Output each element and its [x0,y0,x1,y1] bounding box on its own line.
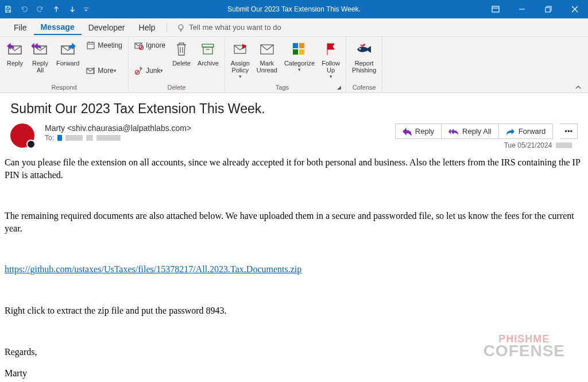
svg-rect-11 [202,44,214,47]
ignore-button[interactable]: Ignore [131,39,169,52]
message-header: Submit Our 2023 Tax Extension This Week.… [0,93,588,154]
respond-group-label: Respond [2,83,126,92]
menu-help[interactable]: Help [132,21,163,34]
svg-point-2 [179,25,183,29]
message-actions: Reply Reply All Forward ••• [395,124,578,139]
menu-developer[interactable]: Developer [82,21,132,34]
report-phishing-button[interactable]: Report Phishing [349,38,380,83]
mark-unread-button[interactable]: Mark Unread [253,38,281,83]
categorize-button[interactable]: Categorize [281,38,318,83]
assign-policy-button[interactable]: Assign Policy [227,38,253,83]
next-item-button[interactable] [64,0,80,18]
header-reply-label: Reply [415,127,434,136]
ribbon-group-cofense: Report Phishing Cofense [346,37,382,92]
sender-display: Marty <shiv.chaurasia@lalpathlabs.com> [45,124,395,133]
delete-label: Delete [172,60,191,67]
reply-label: Reply [7,60,23,67]
save-qat-button[interactable] [0,0,16,18]
mark-unread-label: Mark Unread [257,60,277,74]
junk-icon [134,66,144,75]
menubar: File Message Developer Help Tell me what… [0,18,588,37]
reply-all-label: Reply All [32,60,48,74]
forward-icon [59,40,77,59]
ribbon-display-button[interactable] [482,0,509,18]
ignore-icon [134,41,144,50]
more-icon [86,66,95,75]
svg-rect-18 [299,49,304,55]
junk-label: Junk [146,67,160,75]
tags-launcher[interactable]: ◢ [337,84,341,90]
ribbon-group-delete: Ignore Junk Delete Archive Delete [129,37,225,92]
menu-file[interactable]: File [7,21,34,34]
close-button[interactable] [562,0,588,18]
more-label: More [98,67,113,75]
header-more-button[interactable]: ••• [560,124,578,139]
to-label: To: [45,134,54,142]
body-signoff: Regards, [5,346,583,358]
follow-up-button[interactable]: Follow Up [318,38,343,83]
header-reply-button[interactable]: Reply [395,124,442,139]
forward-button[interactable]: Forward [53,38,83,83]
policy-icon [231,40,249,59]
ellipsis-icon: ••• [564,127,572,136]
prev-item-button[interactable] [48,0,64,18]
reply-all-icon [448,128,459,136]
svg-rect-16 [299,43,304,48]
sender-avatar[interactable] [10,124,34,148]
redacted-recipient [65,135,83,141]
tell-me-input[interactable]: Tell me what you want to do [189,23,281,32]
maximize-button[interactable] [535,0,562,18]
ignore-label: Ignore [146,41,165,49]
redacted-recipient [57,135,62,141]
svg-point-20 [363,44,365,46]
ribbon-group-respond: Reply Reply All Forward Meeting More Res… [0,37,129,92]
header-reply-all-button[interactable]: Reply All [442,124,499,139]
ribbon-group-tags: Assign Policy Mark Unread Categorize Fol… [225,37,346,92]
reply-icon [403,128,412,136]
reply-all-icon [31,40,49,59]
header-forward-button[interactable]: Forward [499,124,554,139]
categorize-label: Categorize [284,60,315,67]
message-date: Tue 05/21/2024 [504,141,575,149]
body-paragraph: The remaining required documents are als… [5,210,583,234]
minimize-button[interactable] [509,0,535,18]
meeting-button[interactable]: Meeting [83,39,126,52]
lightbulb-icon [176,23,185,32]
body-signature: Marty [5,367,583,380]
svg-rect-15 [293,43,298,48]
archive-icon [199,40,217,59]
redacted-time [556,142,572,148]
svg-rect-0 [492,6,499,12]
junk-button[interactable]: Junk [131,64,169,77]
svg-rect-17 [293,49,298,55]
archive-button[interactable]: Archive [194,38,222,83]
redacted-recipient [96,135,121,141]
delete-button[interactable]: Delete [169,38,194,83]
forward-icon [506,128,515,136]
assign-policy-label: Assign Policy [231,60,250,74]
qat-customize-button[interactable] [80,0,92,18]
reply-button[interactable]: Reply [2,38,28,83]
svg-point-19 [359,48,361,50]
attachment-link[interactable]: https://github.com/ustaxes/UsTaxes/files… [5,264,301,274]
tags-group-label: Tags [227,83,337,92]
cofense-group-label: Cofense [349,83,380,92]
ribbon: Reply Reply All Forward Meeting More Res… [0,37,588,93]
body-paragraph: Right click to extract the zip file and … [5,304,583,317]
more-respond-button[interactable]: More [83,64,126,77]
undo-qat-button[interactable] [16,0,32,18]
svg-rect-6 [87,43,94,49]
header-reply-all-label: Reply All [462,127,492,136]
flag-icon [322,40,340,59]
redacted-recipient [86,135,93,141]
collapse-ribbon-button[interactable] [574,83,582,91]
reply-all-button[interactable]: Reply All [28,38,53,83]
archive-label: Archive [198,60,219,67]
delete-icon [172,40,191,59]
meeting-label: Meeting [98,41,122,49]
svg-rect-12 [203,47,212,54]
body-paragraph: Can you please file the extension on all… [5,156,583,181]
redo-qat-button[interactable] [32,0,48,18]
reply-icon [6,40,24,59]
menu-message[interactable]: Message [34,20,82,35]
